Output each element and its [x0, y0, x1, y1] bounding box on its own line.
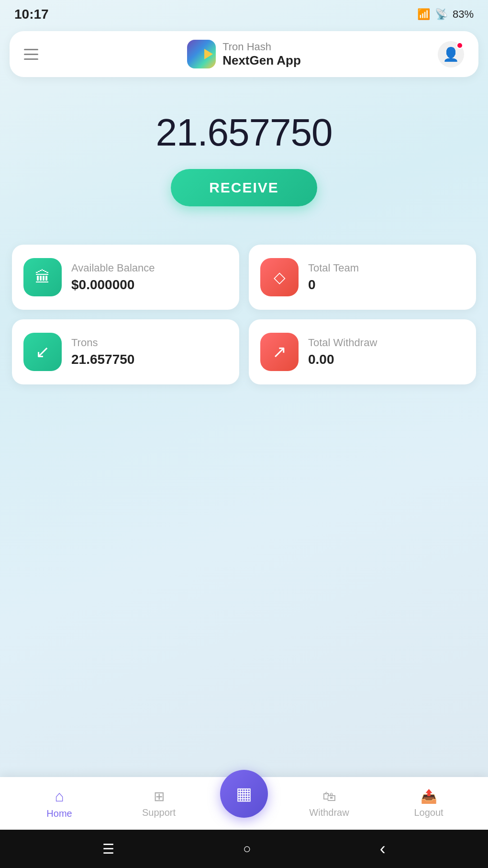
status-icons: 📶 📡 83%: [417, 8, 474, 21]
withdraw-nav-icon: 🛍: [322, 789, 336, 804]
app-header: Tron Hash NextGen App 👤: [10, 31, 478, 77]
app-logo-icon: [187, 40, 216, 68]
available-balance-info: Available Balance $0.000000: [71, 262, 155, 293]
arrow-in-icon: ↙: [23, 333, 62, 371]
profile-button[interactable]: 👤: [438, 41, 464, 68]
bank-icon: 🏛: [23, 258, 62, 296]
notification-dot: [456, 42, 463, 49]
total-withdraw-card[interactable]: ↗ Total Withdraw 0.00: [249, 319, 476, 384]
battery-indicator: 83%: [453, 8, 474, 21]
total-withdraw-label: Total Withdraw: [308, 337, 377, 349]
app-name-top: Tron Hash: [222, 41, 301, 53]
available-balance-card[interactable]: 🏛 Available Balance $0.000000: [12, 245, 239, 310]
system-home-button[interactable]: ○: [243, 841, 251, 857]
nav-withdraw[interactable]: 🛍 Withdraw: [291, 789, 367, 818]
diamond-icon: ◇: [260, 258, 299, 296]
trons-label: Trons: [71, 337, 134, 349]
system-navigation: ☰ ○ ‹: [0, 830, 488, 868]
status-bar: 10:17 📶 📡 83%: [0, 0, 488, 26]
signal-icon: 📶: [417, 8, 430, 21]
system-back-button[interactable]: ‹: [380, 839, 386, 859]
nav-logout[interactable]: 📤 Logout: [390, 789, 467, 818]
balance-section: 21.657750 RECEIVE: [0, 82, 488, 225]
home-nav-label: Home: [46, 808, 72, 819]
trons-info: Trons 21.657750: [71, 337, 134, 367]
support-nav-icon: ⊞: [154, 789, 165, 804]
logo-text: Tron Hash NextGen App: [222, 41, 301, 68]
status-time: 10:17: [14, 7, 49, 22]
total-withdraw-value: 0.00: [308, 352, 377, 367]
nav-support[interactable]: ⊞ Support: [121, 789, 197, 818]
trons-card[interactable]: ↙ Trons 21.657750: [12, 319, 239, 384]
available-balance-label: Available Balance: [71, 262, 155, 274]
main-balance: 21.657750: [10, 111, 478, 155]
app-name-bottom: NextGen App: [222, 53, 301, 68]
home-nav-icon: ⌂: [55, 788, 64, 805]
hamburger-line-3: [24, 58, 38, 60]
wifi-icon: 📡: [435, 8, 448, 21]
receive-button[interactable]: RECEIVE: [171, 169, 317, 206]
arrow-out-icon: ↗: [260, 333, 299, 371]
bottom-navigation: ⌂ Home ⊞ Support ▦ 🛍 Withdraw 📤 Logout: [0, 777, 488, 830]
available-balance-value: $0.000000: [71, 277, 155, 293]
hamburger-line-1: [24, 49, 38, 50]
nav-center-button[interactable]: ▦: [220, 770, 268, 818]
support-nav-label: Support: [142, 807, 176, 818]
withdraw-nav-label: Withdraw: [309, 807, 349, 818]
hamburger-button[interactable]: [24, 41, 50, 68]
hamburger-line-2: [24, 54, 38, 55]
logout-nav-icon: 📤: [421, 789, 437, 804]
trons-value: 21.657750: [71, 352, 134, 367]
logo-area: Tron Hash NextGen App: [187, 40, 301, 68]
total-team-label: Total Team: [308, 262, 359, 274]
total-team-value: 0: [308, 277, 359, 293]
profile-icon: 👤: [443, 46, 459, 62]
logout-nav-label: Logout: [414, 807, 443, 818]
total-team-card[interactable]: ◇ Total Team 0: [249, 245, 476, 310]
total-withdraw-info: Total Withdraw 0.00: [308, 337, 377, 367]
cards-grid: 🏛 Available Balance $0.000000 ◇ Total Te…: [0, 235, 488, 394]
nav-home[interactable]: ⌂ Home: [21, 788, 98, 819]
total-team-info: Total Team 0: [308, 262, 359, 293]
grid-nav-icon: ▦: [236, 784, 252, 804]
system-menu-button[interactable]: ☰: [102, 841, 114, 857]
